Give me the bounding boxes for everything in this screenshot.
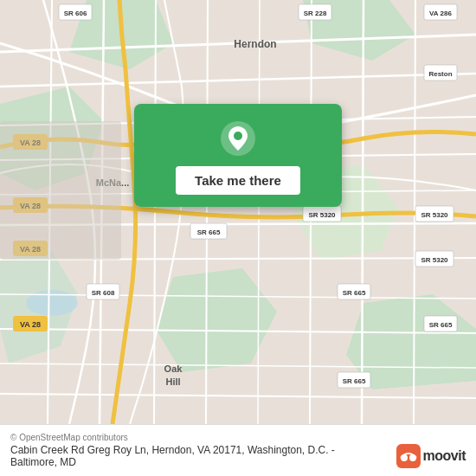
svg-text:Oak: Oak (164, 363, 183, 374)
location-pin-icon (219, 119, 257, 158)
svg-text:Hill: Hill (165, 376, 180, 387)
location-card[interactable]: Take me there (134, 104, 342, 207)
svg-text:SR 665: SR 665 (429, 321, 453, 329)
map-container: VA 28 VA 28 VA 28 VA 28 SR 606 SR 228 VA… (0, 0, 476, 424)
take-me-there-button[interactable]: Take me there (176, 166, 300, 195)
svg-text:SR 228: SR 228 (304, 10, 327, 17)
bottom-bar: © OpenStreetMap contributors Cabin Creek… (0, 424, 476, 476)
svg-rect-64 (0, 121, 121, 260)
address-text: Cabin Creek Rd Greg Roy Ln, Herndon, VA … (10, 444, 374, 468)
svg-rect-67 (396, 444, 421, 468)
map-background: VA 28 VA 28 VA 28 VA 28 SR 606 SR 228 VA… (0, 0, 476, 424)
svg-text:SR 665: SR 665 (343, 289, 366, 297)
moovit-brand-name: moovit (423, 448, 466, 464)
svg-text:SR 5320: SR 5320 (421, 211, 448, 219)
svg-text:SR 665: SR 665 (197, 228, 221, 236)
svg-text:SR 5320: SR 5320 (421, 256, 448, 264)
svg-point-66 (234, 132, 242, 140)
svg-text:Reston: Reston (428, 70, 452, 78)
svg-text:VA 28: VA 28 (20, 320, 41, 329)
svg-text:VA 286: VA 286 (429, 10, 452, 17)
svg-point-8 (26, 290, 78, 316)
svg-text:SR 606: SR 606 (64, 10, 87, 17)
svg-text:SR 5320: SR 5320 (308, 211, 336, 219)
svg-text:SR 608: SR 608 (92, 289, 115, 297)
moovit-icon (396, 444, 421, 468)
moovit-logo: moovit (396, 444, 466, 468)
svg-text:Herndon: Herndon (234, 38, 276, 50)
svg-text:SR 665: SR 665 (343, 377, 366, 385)
map-attribution: © OpenStreetMap contributors (10, 433, 466, 442)
